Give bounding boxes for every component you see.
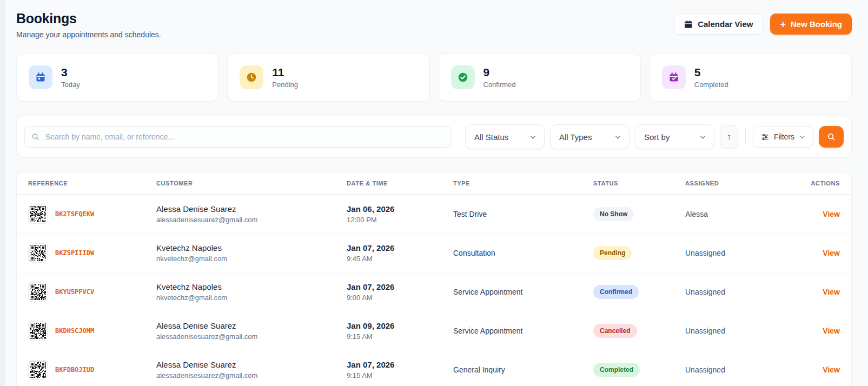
- customer-name: Kvetechz Napoles: [156, 243, 347, 252]
- assigned-to: Unassigned: [685, 288, 791, 296]
- customer-email: alessadenisesuarez@gmail.com: [156, 371, 347, 380]
- booking-date: Jan 07, 2026: [347, 282, 453, 291]
- customer-name: Alessa Denise Suarez: [156, 321, 347, 330]
- qr-code: [28, 243, 48, 263]
- booking-time: 9:00 AM: [347, 294, 453, 302]
- booking-date: Jan 07, 2026: [347, 243, 453, 252]
- calendar-icon: [29, 65, 52, 89]
- bookings-page: Bookings Manage your appointments and sc…: [0, 0, 868, 386]
- booking-reference: BK2TSFQEKW: [55, 210, 94, 218]
- table-row: BK2TSFQEKW Alessa Denise Suarez alessade…: [17, 195, 851, 234]
- view-link[interactable]: View: [823, 210, 840, 218]
- view-link[interactable]: View: [823, 365, 840, 374]
- actions-cell: View: [791, 248, 840, 258]
- reference-cell: BKZ5PIIIDW: [28, 243, 156, 263]
- status-badge: Completed: [593, 363, 640, 377]
- view-link[interactable]: View: [823, 288, 840, 296]
- page-heading-block: Bookings Manage your appointments and sc…: [16, 11, 161, 39]
- view-link[interactable]: View: [823, 327, 840, 335]
- reference-cell: BKYU5PFVCV: [28, 282, 156, 302]
- search-submit-button[interactable]: [819, 126, 844, 148]
- table-row: BKFDBOJIUD Alessa Denise Suarez alessade…: [17, 350, 851, 386]
- booking-reference: BKFDBOJIUD: [55, 366, 94, 374]
- stat-card-pending: 11 Pending: [227, 53, 429, 102]
- customer-email: nkvetechz@gmail.com: [156, 255, 347, 263]
- column-header-actions: ACTIONS: [791, 180, 840, 187]
- customer-cell: Alessa Denise Suarez alessadenisesuarez@…: [156, 321, 347, 341]
- clock-icon: [240, 65, 263, 89]
- chevron-down-icon: [699, 134, 706, 141]
- stat-text: 9 Confirmed: [483, 66, 516, 88]
- reference-cell: BK2TSFQEKW: [28, 204, 156, 224]
- stat-value: 9: [483, 66, 516, 78]
- booking-reference: BKZ5PIIIDW: [55, 249, 94, 257]
- booking-time: 12:00 PM: [347, 216, 453, 224]
- booking-date: Jan 09, 2026: [347, 321, 453, 330]
- divider: [745, 129, 746, 145]
- plus-icon: +: [780, 19, 786, 29]
- header-actions: Calendar View + New Booking: [674, 14, 852, 35]
- status-cell: No Show: [593, 207, 685, 221]
- booking-reference: BKYU5PFVCV: [55, 288, 94, 296]
- stat-label: Completed: [694, 81, 728, 89]
- stat-card-confirmed: 9 Confirmed: [439, 53, 641, 102]
- actions-cell: View: [791, 209, 840, 219]
- stat-value: 5: [694, 66, 728, 78]
- status-cell: Pending: [593, 246, 685, 260]
- customer-name: Alessa Denise Suarez: [156, 204, 347, 214]
- stat-value: 3: [61, 66, 80, 78]
- customer-cell: Kvetechz Napoles nkvetechz@gmail.com: [156, 243, 347, 263]
- type-filter-dropdown[interactable]: All Types: [550, 124, 630, 149]
- chevron-down-icon: [529, 134, 536, 141]
- filters-button[interactable]: Filters: [753, 126, 813, 148]
- assigned-to: Unassigned: [685, 327, 791, 335]
- search-icon: [827, 132, 836, 141]
- search-input[interactable]: [24, 126, 452, 148]
- sort-dropdown[interactable]: Sort by: [635, 124, 714, 149]
- qr-code: [28, 204, 48, 224]
- stat-label: Today: [61, 81, 80, 89]
- booking-type: Test Drive: [453, 210, 593, 218]
- booking-time: 9:45 AM: [347, 255, 453, 263]
- new-booking-button[interactable]: + New Booking: [770, 14, 852, 35]
- table-header-row: REFERENCE CUSTOMER DATE & TIME TYPE STAT…: [17, 172, 851, 195]
- booking-type: Consultation: [453, 249, 593, 257]
- datetime-cell: Jan 07, 2026 9:15 AM: [347, 360, 453, 380]
- page-subtitle: Manage your appointments and schedules.: [16, 30, 161, 39]
- left-edge-strip: [0, 0, 5, 386]
- status-filter-value: All Status: [474, 132, 508, 142]
- customer-email: nkvetechz@gmail.com: [156, 294, 347, 302]
- customer-email: alessadenisesuarez@gmail.com: [156, 332, 347, 341]
- column-header-assigned: ASSIGNED: [685, 180, 791, 187]
- booking-time: 9:15 AM: [347, 371, 453, 380]
- column-header-reference: REFERENCE: [28, 180, 156, 187]
- table-row: BKZ5PIIIDW Kvetechz Napoles nkvetechz@gm…: [17, 234, 851, 272]
- status-badge: Pending: [593, 246, 632, 260]
- sort-value: Sort by: [644, 132, 670, 142]
- status-badge: Confirmed: [593, 285, 639, 299]
- status-filter-dropdown[interactable]: All Status: [465, 124, 545, 149]
- datetime-cell: Jan 09, 2026 9:15 AM: [347, 321, 453, 341]
- sort-direction-button[interactable]: ↑: [720, 125, 738, 149]
- actions-cell: View: [791, 326, 840, 336]
- page-title: Bookings: [16, 11, 161, 26]
- stat-card-completed: 5 Completed: [650, 53, 852, 102]
- table-row: BKYU5PFVCV Kvetechz Napoles nkvetechz@gm…: [17, 272, 851, 311]
- type-filter-value: All Types: [559, 132, 592, 142]
- calendar-view-button[interactable]: Calendar View: [674, 14, 763, 35]
- sliders-icon: [761, 133, 769, 141]
- assigned-to: Unassigned: [685, 249, 791, 257]
- status-badge: Cancelled: [593, 324, 637, 338]
- column-header-type: TYPE: [453, 180, 593, 187]
- qr-code: [28, 360, 48, 380]
- actions-cell: View: [791, 287, 840, 297]
- datetime-cell: Jan 06, 2026 12:00 PM: [347, 204, 453, 224]
- stat-value: 11: [272, 66, 298, 78]
- stat-card-today: 3 Today: [16, 53, 218, 102]
- view-link[interactable]: View: [823, 249, 840, 257]
- page-header: Bookings Manage your appointments and sc…: [16, 11, 852, 39]
- column-header-customer: CUSTOMER: [156, 180, 347, 187]
- reference-cell: BKFDBOJIUD: [28, 360, 156, 380]
- filter-bar: All Status All Types Sort by ↑ Filters: [16, 116, 852, 158]
- status-cell: Completed: [593, 363, 685, 377]
